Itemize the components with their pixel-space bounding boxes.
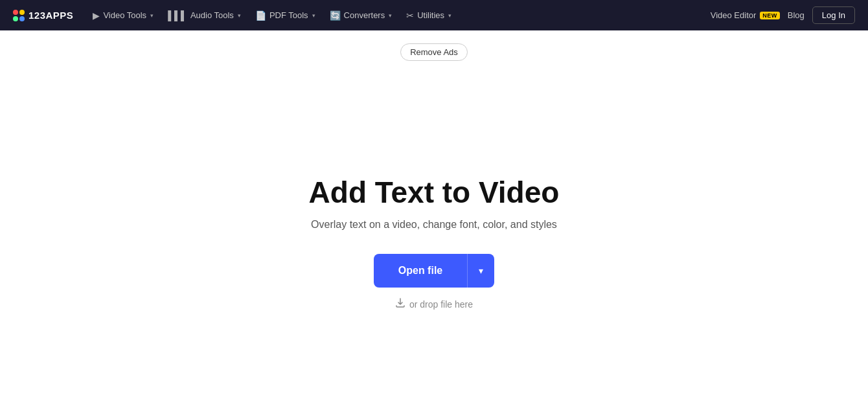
nav-label-converters: Converters bbox=[344, 10, 385, 20]
logo[interactable]: 123APPS bbox=[13, 10, 73, 21]
chevron-down-icon: ▾ bbox=[150, 12, 154, 19]
nav-label-audio-tools: Audio Tools bbox=[190, 10, 234, 20]
open-file-row: Open file ▾ bbox=[374, 254, 494, 288]
open-file-button[interactable]: Open file bbox=[374, 254, 467, 288]
nav-right: Video Editor NEW Blog Log In bbox=[711, 6, 855, 24]
utilities-icon: ✂ bbox=[406, 10, 414, 21]
pdf-tools-icon: 📄 bbox=[255, 10, 266, 21]
new-badge: NEW bbox=[760, 12, 780, 19]
nav-item-audio-tools[interactable]: ▌▌▌ Audio Tools ▾ bbox=[161, 6, 247, 25]
logo-dots bbox=[13, 10, 25, 21]
download-icon bbox=[395, 298, 405, 310]
chevron-down-icon-utilities: ▾ bbox=[448, 12, 451, 19]
nav-item-converters[interactable]: 🔄 Converters ▾ bbox=[323, 6, 399, 25]
page-title: Add Text to Video bbox=[309, 175, 560, 210]
logo-dot-red bbox=[13, 10, 18, 15]
drop-zone[interactable]: or drop file here bbox=[395, 298, 473, 310]
chevron-down-icon-audio: ▾ bbox=[238, 12, 241, 19]
video-tools-icon: ▶ bbox=[93, 10, 100, 21]
nav-item-pdf-tools[interactable]: 📄 PDF Tools ▾ bbox=[249, 6, 322, 25]
navbar: 123APPS ▶ Video Tools ▾ ▌▌▌ Audio Tools … bbox=[0, 0, 868, 30]
logo-dot-blue bbox=[19, 16, 25, 21]
chevron-down-icon-pdf: ▾ bbox=[312, 12, 315, 19]
blog-link[interactable]: Blog bbox=[788, 10, 805, 20]
video-editor-button[interactable]: Video Editor NEW bbox=[711, 10, 780, 20]
remove-ads-button[interactable]: Remove Ads bbox=[400, 43, 468, 61]
audio-tools-icon: ▌▌▌ bbox=[168, 10, 187, 21]
nav-item-video-tools[interactable]: ▶ Video Tools ▾ bbox=[86, 6, 160, 25]
drop-label: or drop file here bbox=[409, 299, 473, 310]
logo-dot-green bbox=[13, 16, 18, 21]
chevron-down-icon-converters: ▾ bbox=[389, 12, 392, 19]
nav-items: ▶ Video Tools ▾ ▌▌▌ Audio Tools ▾ 📄 PDF … bbox=[86, 6, 707, 25]
video-editor-label: Video Editor bbox=[711, 10, 757, 20]
remove-ads-bar: Remove Ads bbox=[0, 30, 868, 67]
open-file-dropdown-button[interactable]: ▾ bbox=[467, 254, 494, 288]
chevron-down-icon-open: ▾ bbox=[479, 266, 483, 276]
page-subtitle: Overlay text on a video, change font, co… bbox=[311, 219, 557, 231]
nav-label-pdf-tools: PDF Tools bbox=[269, 10, 308, 20]
nav-item-utilities[interactable]: ✂ Utilities ▾ bbox=[400, 6, 458, 25]
nav-label-utilities: Utilities bbox=[417, 10, 444, 20]
converters-icon: 🔄 bbox=[330, 10, 341, 21]
logo-text: 123APPS bbox=[29, 10, 73, 21]
content-wrapper: Add Text to Video Overlay text on a vide… bbox=[309, 67, 560, 408]
nav-label-video-tools: Video Tools bbox=[103, 10, 146, 20]
login-button[interactable]: Log In bbox=[812, 6, 855, 24]
logo-dot-yellow bbox=[19, 10, 25, 15]
main-content: Add Text to Video Overlay text on a vide… bbox=[0, 67, 868, 408]
